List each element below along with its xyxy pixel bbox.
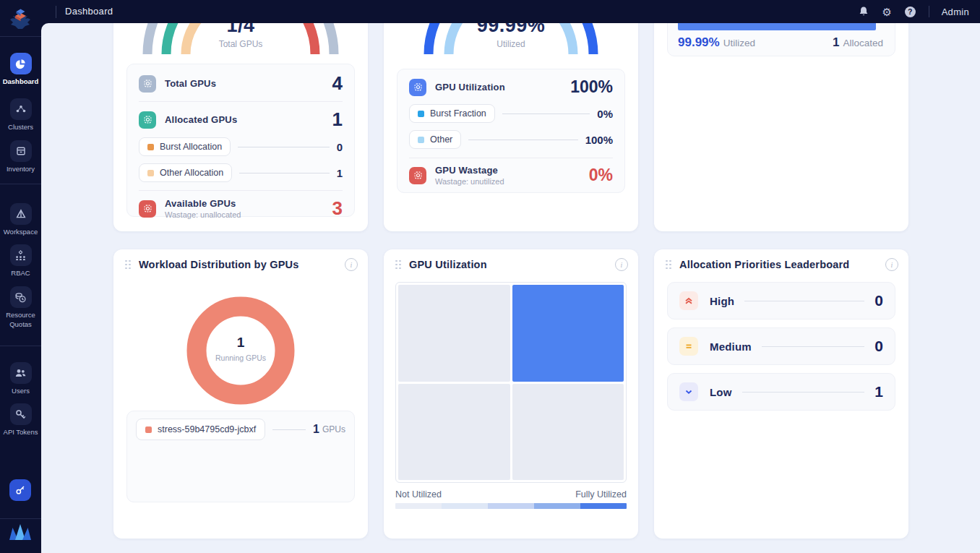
burst-allocation-row: Burst Allocation 0 (139, 134, 343, 160)
connector-line (502, 113, 590, 114)
gpu-chip-icon (139, 75, 156, 93)
other-allocation-row: Other Allocation 1 (139, 160, 343, 186)
gpu-utilization-map-card: GPU Utilization i Not Utilized Fully Uti… (384, 249, 638, 539)
workload-distribution-card: Workload Distribution by GPUs i 1 Runnin… (113, 249, 368, 539)
available-gpus-sublabel: Wastage: unallocated (165, 210, 241, 219)
burst-fraction-color-swatch (418, 111, 424, 117)
brand-crown-logo (8, 522, 33, 541)
topbar-user-divider (929, 6, 929, 17)
sidebar-item-rbac[interactable]: RBAC (0, 244, 41, 278)
gpu-chip-icon (139, 200, 156, 218)
connector-line (468, 140, 577, 140)
total-gpus-row: Total GPUs 4 (139, 66, 343, 101)
sidebar-item-api-tokens[interactable]: API Tokens (0, 403, 41, 437)
other-utilization-color-swatch (418, 137, 424, 143)
connector-line (238, 147, 329, 147)
sidebar-item-users[interactable]: Users (0, 362, 41, 396)
inventory-box-icon (10, 140, 32, 162)
other-utilization-legend-chip[interactable]: Other (409, 130, 461, 149)
resource-quotas-icon (10, 286, 32, 308)
workspace-prism-icon (10, 203, 32, 225)
workload-name: stress-59b4795cd9-jcbxf (158, 424, 256, 434)
gradient-segment (534, 503, 580, 509)
treemap-cell-not-utilized[interactable] (512, 384, 624, 481)
other-color-swatch (147, 170, 154, 176)
topbar: Dashboard ⚙ ? Admin (0, 0, 980, 23)
other-allocation-legend-chip[interactable]: Other Allocation (139, 163, 232, 182)
allocated-count: 1 (833, 35, 839, 50)
burst-color-swatch (147, 144, 154, 150)
sidebar-item-resource-quotas[interactable]: Resource Quotas (0, 286, 41, 330)
settings-gear-icon[interactable]: ⚙ (881, 6, 893, 18)
card-header: Allocation Priorities Leaderboard i (666, 258, 898, 271)
priority-row-medium: Medium 0 (667, 327, 895, 365)
users-icon (10, 362, 32, 384)
utilized-percent: 99.99% (678, 35, 720, 50)
burst-fraction-row: Burst Fraction 0% (409, 100, 613, 127)
priority-low-value: 1 (874, 383, 883, 400)
gpu-wastage-row: GPU Wastage Wastage: unutilized 0% (409, 158, 613, 192)
utilization-bar-labels: 99.99% Utilized 1 Allocated (678, 35, 883, 50)
gpu-dashboard-app: Dashboard ⚙ ? Admin Dashboard (0, 0, 980, 553)
treemap-legend-labels: Not Utilized Fully Utilized (395, 489, 627, 500)
drag-handle-icon[interactable] (395, 260, 402, 270)
notifications-bell-icon[interactable] (858, 6, 870, 18)
clusters-icon (10, 98, 32, 120)
drag-handle-icon[interactable] (666, 260, 672, 270)
workload-donut-chart: 1 Running GPUs (183, 293, 298, 408)
legend-not-utilized: Not Utilized (395, 489, 442, 500)
burst-fraction-legend-chip[interactable]: Burst Fraction (409, 104, 495, 123)
utilization-stats-panel: GPU Utilization 100% Burst Fraction 0% (397, 69, 625, 193)
gradient-segment (488, 503, 534, 509)
allocation-gauge-readout: 1/4 Total GPUs (113, 23, 368, 49)
info-icon[interactable]: i (615, 258, 628, 271)
burst-allocation-legend-chip[interactable]: Burst Allocation (139, 137, 231, 156)
sidebar-item-dashboard[interactable]: Dashboard (0, 53, 41, 87)
card-title: Allocation Priorities Leaderboard (679, 259, 849, 270)
connector-line (239, 173, 329, 173)
sidebar-divider (0, 346, 41, 346)
card-header: GPU Utilization i (395, 258, 628, 271)
user-menu[interactable]: Admin (942, 7, 969, 17)
info-icon[interactable]: i (345, 258, 358, 271)
workload-legend-chip[interactable]: stress-59b4795cd9-jcbxf (136, 419, 265, 440)
help-icon[interactable]: ? (904, 6, 916, 18)
allocated-gpus-row: Allocated GPUs 1 (139, 102, 343, 134)
workload-legend-panel: stress-59b4795cd9-jcbxf 1 GPUs (126, 411, 355, 502)
legend-fully-utilized: Fully Utilized (575, 489, 627, 500)
gpu-utilization-row: GPU Utilization 100% (409, 71, 613, 100)
sidebar-divider (0, 184, 41, 184)
utilization-bar (678, 23, 882, 30)
gpu-allocation-card: 1/4 Total GPUs Total GPUs 4 (113, 23, 368, 231)
utilization-gauge-value: 99.99% (384, 23, 638, 37)
quick-action-key-button[interactable] (9, 479, 31, 501)
treemap-cell-fully-utilized[interactable] (512, 285, 624, 382)
drag-handle-icon[interactable] (125, 260, 132, 270)
allocated-gpus-value: 1 (332, 108, 343, 131)
card-title: Workload Distribution by GPUs (139, 259, 298, 270)
info-icon[interactable]: i (885, 258, 898, 271)
running-gpus-label: Running GPUs (183, 353, 298, 362)
dashboard-content: 1/4 Total GPUs Total GPUs 4 (41, 23, 980, 553)
gpu-wastage-value: 0% (589, 166, 613, 185)
card-title: GPU Utilization (409, 259, 487, 270)
sidebar-divider (0, 36, 41, 37)
priority-high-value: 0 (874, 292, 883, 309)
app-logo[interactable] (7, 4, 34, 31)
treemap-cell-not-utilized[interactable] (398, 384, 510, 481)
connector-line (762, 346, 864, 347)
gpu-utilization-gauge-card: 99.99% Utilized GPU Utilization 100% (384, 23, 638, 231)
sidebar-item-workspace[interactable]: Workspace (0, 203, 41, 237)
treemap-cell-not-utilized[interactable] (398, 285, 510, 382)
utilization-treemap (395, 282, 627, 483)
allocation-stats-panel: Total GPUs 4 Allocated GPUs 1 (126, 64, 355, 217)
gradient-segment (395, 503, 442, 509)
sidebar-item-inventory[interactable]: Inventory (0, 140, 41, 174)
gradient-segment (580, 503, 627, 509)
priority-row-low: Low 1 (667, 373, 895, 411)
cards-grid: 1/4 Total GPUs Total GPUs 4 (113, 23, 980, 553)
gpu-chip-icon (139, 111, 156, 129)
workload-color-swatch (145, 426, 152, 433)
sidebar-item-clusters[interactable]: Clusters (0, 98, 41, 132)
gpu-wastage-sublabel: Wastage: unutilized (435, 177, 504, 186)
